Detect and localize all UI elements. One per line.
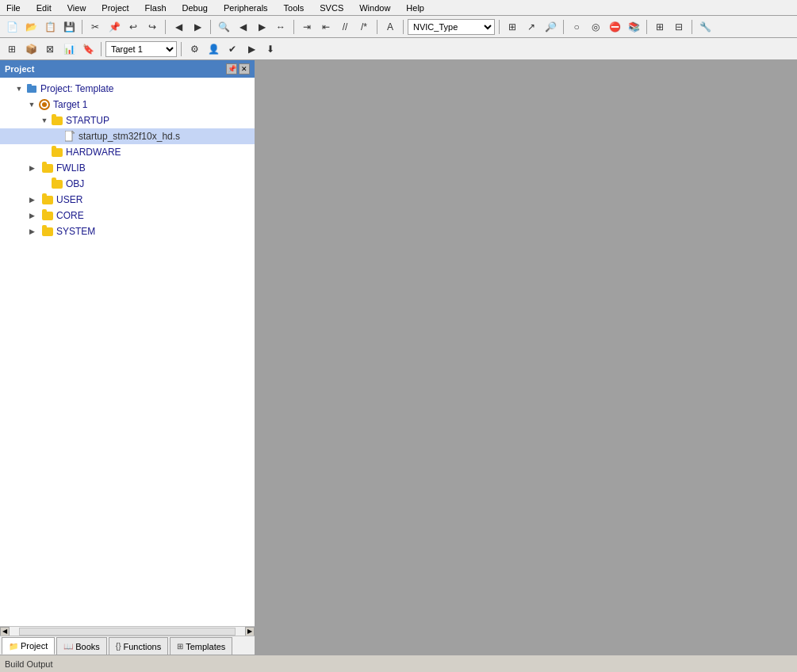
- tree-fwlib[interactable]: ▶ FWLIB: [0, 160, 255, 176]
- main-layout: Project 📌 ✕ ▼ Proj: [0, 60, 797, 672]
- fwlib-folder-icon: [41, 162, 54, 174]
- tb-icon-c[interactable]: ↗: [523, 18, 540, 36]
- tree-target1[interactable]: ▼ Target 1: [0, 97, 255, 113]
- tab-templates[interactable]: ⊞ Templates: [170, 637, 232, 655]
- obj-folder-icon: [51, 178, 63, 190]
- tb-cut[interactable]: ✂: [86, 18, 104, 36]
- tb2-icon3[interactable]: ⊠: [41, 40, 59, 58]
- tb-stop[interactable]: ⛔: [606, 18, 623, 36]
- toggle-core[interactable]: ▶: [25, 209, 38, 222]
- tb-grid2[interactable]: ⊟: [670, 18, 688, 36]
- tb-icon-d[interactable]: 🔎: [542, 18, 559, 36]
- tb-indent[interactable]: ⇥: [298, 18, 316, 36]
- tree-root[interactable]: ▼ Project: Template: [0, 81, 255, 97]
- toolbar-secondary: ⊞ 📦 ⊠ 📊 🔖 Target 1 ⚙ 👤 ✔ ▶ ⬇: [0, 38, 797, 60]
- tb2-build[interactable]: ▶: [243, 40, 260, 58]
- toggle-obj[interactable]: [38, 178, 51, 190]
- project-tab-label: Project: [21, 641, 48, 651]
- tb-redo[interactable]: ↪: [144, 18, 161, 36]
- tb-book[interactable]: 📚: [625, 18, 642, 36]
- menu-window[interactable]: Window: [356, 2, 393, 14]
- tb2-icon1[interactable]: ⊞: [3, 40, 21, 58]
- target-combo[interactable]: Target 1: [105, 41, 177, 57]
- menu-svcs[interactable]: SVCS: [316, 2, 347, 14]
- scroll-left[interactable]: ◀: [0, 627, 10, 636]
- tb2-check[interactable]: ✔: [224, 40, 241, 58]
- tb-find[interactable]: 🔍: [215, 18, 232, 36]
- user-label: USER: [56, 194, 82, 205]
- tb-grid1[interactable]: ⊞: [651, 18, 669, 36]
- toggle-user[interactable]: ▶: [25, 193, 38, 206]
- tb-open[interactable]: 📂: [22, 18, 40, 36]
- tree-startup[interactable]: ▼ STARTUP: [0, 113, 255, 128]
- tab-project[interactable]: 📁 Project: [2, 637, 55, 655]
- tb-new[interactable]: 📄: [3, 18, 21, 36]
- tree-hardware[interactable]: HARDWARE: [0, 144, 255, 160]
- menu-tools[interactable]: Tools: [281, 2, 308, 14]
- tree-core[interactable]: ▶ CORE: [0, 208, 255, 223]
- tb-paste[interactable]: 📌: [105, 18, 123, 36]
- panel-pin-btn[interactable]: 📌: [226, 63, 237, 74]
- toggle-hardware[interactable]: [38, 146, 51, 158]
- menu-help[interactable]: Help: [403, 2, 427, 14]
- tb-findprev[interactable]: ◀: [234, 18, 251, 36]
- toolbar-main: 📄 📂 📋 💾 ✂ 📌 ↩ ↪ ◀ ▶ 🔍 ◀ ▶ ↔ ⇥ ⇤ // /* A …: [0, 16, 797, 38]
- menu-peripherals[interactable]: Peripherals: [220, 2, 271, 14]
- menu-debug[interactable]: Debug: [179, 2, 211, 14]
- target1-label: Target 1: [53, 99, 87, 110]
- tb-undo[interactable]: ↩: [125, 18, 142, 36]
- panel-close-btn[interactable]: ✕: [239, 63, 250, 74]
- tb-back[interactable]: ◀: [170, 18, 187, 36]
- sep4: [293, 20, 294, 34]
- menu-flash[interactable]: Flash: [142, 2, 170, 14]
- menu-view[interactable]: View: [64, 2, 90, 14]
- tb2-manage[interactable]: 👤: [205, 40, 222, 58]
- menu-project[interactable]: Project: [98, 2, 132, 14]
- tb-comment[interactable]: //: [336, 18, 354, 36]
- bottom-tabs: 📁 Project 📖 Books {} Functions ⊞ Templat…: [0, 636, 255, 655]
- tab-books[interactable]: 📖 Books: [56, 637, 107, 655]
- startup-label: STARTUP: [66, 115, 109, 126]
- tb-unindent[interactable]: ⇤: [317, 18, 335, 36]
- tb2-icon2[interactable]: 📦: [22, 40, 40, 58]
- toggle-system[interactable]: ▶: [25, 225, 38, 238]
- panel-titlebar-buttons: 📌 ✕: [226, 63, 250, 74]
- toggle-root[interactable]: ▼: [13, 82, 25, 95]
- tb-findnext[interactable]: ▶: [253, 18, 270, 36]
- system-label: SYSTEM: [56, 226, 95, 237]
- tb-circle[interactable]: ○: [568, 18, 585, 36]
- core-folder-icon: [41, 209, 54, 222]
- tb-icon-b[interactable]: ⊞: [504, 18, 521, 36]
- tree-system[interactable]: ▶ SYSTEM: [0, 223, 255, 239]
- tb-save[interactable]: 💾: [60, 18, 78, 36]
- toggle-target1[interactable]: ▼: [25, 98, 38, 111]
- tree-obj[interactable]: OBJ: [0, 176, 255, 192]
- system-folder-icon: [41, 225, 54, 238]
- toggle-fwlib[interactable]: ▶: [25, 162, 38, 174]
- tb2-download[interactable]: ⬇: [262, 40, 279, 58]
- tb-forward[interactable]: ▶: [189, 18, 206, 36]
- fwlib-label: FWLIB: [56, 162, 86, 174]
- tb-uncomment[interactable]: /*: [355, 18, 373, 36]
- statusbar-label: Build Output: [5, 659, 53, 669]
- menu-file[interactable]: File: [3, 2, 24, 14]
- nvic-type-combo[interactable]: NVIC_Type: [408, 19, 495, 35]
- sep5: [377, 20, 377, 34]
- tb-replace[interactable]: ↔: [272, 18, 289, 36]
- scrollbar-track[interactable]: [19, 628, 236, 636]
- scroll-right[interactable]: ▶: [245, 627, 255, 636]
- tb2-icon5[interactable]: 🔖: [79, 40, 97, 58]
- toggle-startup[interactable]: ▼: [38, 114, 51, 127]
- tree-user[interactable]: ▶ USER: [0, 192, 255, 208]
- tb-circle2[interactable]: ◎: [587, 18, 604, 36]
- tb2-settings[interactable]: ⚙: [186, 40, 203, 58]
- tab-functions[interactable]: {} Functions: [109, 637, 168, 655]
- sep1: [82, 20, 82, 34]
- startup-file-label: startup_stm32f10x_hd.s: [79, 131, 180, 142]
- tb-copy[interactable]: 📋: [41, 18, 59, 36]
- tb-icon-a[interactable]: A: [381, 18, 399, 36]
- menu-edit[interactable]: Edit: [33, 2, 55, 14]
- tree-startup-file[interactable]: startup_stm32f10x_hd.s: [0, 128, 255, 144]
- tb2-icon4[interactable]: 📊: [60, 40, 78, 58]
- tb-wrench[interactable]: 🔧: [696, 18, 714, 36]
